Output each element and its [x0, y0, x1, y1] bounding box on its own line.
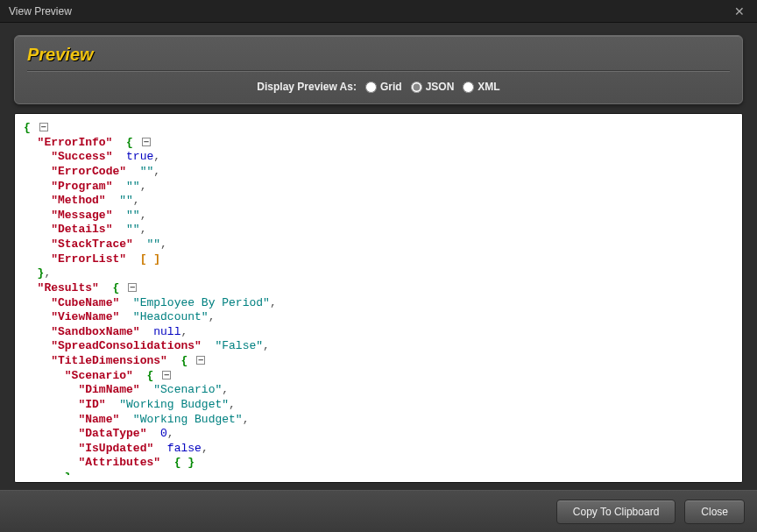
radio-json[interactable]: JSON [411, 81, 455, 93]
display-as-radiogroup: Display Preview As: Grid JSON XML [27, 81, 730, 93]
collapse-toggle-icon[interactable]: − [142, 138, 151, 146]
footer: Copy To Clipboard Close [0, 490, 757, 532]
titlebar: View Preview ✕ [0, 0, 757, 23]
divider [27, 70, 730, 72]
collapse-toggle-icon[interactable]: − [128, 283, 137, 292]
close-icon[interactable]: ✕ [731, 4, 748, 18]
collapse-toggle-icon[interactable]: − [196, 356, 205, 365]
radio-xml-label: XML [478, 81, 499, 93]
radio-json-label: JSON [426, 81, 455, 93]
radio-grid[interactable]: Grid [365, 81, 402, 93]
collapse-toggle-icon[interactable]: − [39, 123, 48, 131]
radio-grid-label: Grid [380, 81, 402, 93]
display-as-label: Display Preview As: [257, 81, 357, 93]
close-button[interactable]: Close [684, 500, 745, 524]
json-viewer-container: { − "ErrorInfo" { − "Success" true, "Err… [14, 113, 743, 483]
dialog-body: Preview Display Preview As: Grid JSON XM… [0, 23, 757, 490]
radio-json-input[interactable] [411, 82, 422, 93]
header-panel: Preview Display Preview As: Grid JSON XM… [14, 35, 743, 104]
radio-grid-input[interactable] [365, 82, 377, 93]
preview-heading: Preview [27, 45, 730, 65]
window-title: View Preview [9, 5, 72, 18]
copy-to-clipboard-button[interactable]: Copy To Clipboard [556, 500, 676, 524]
radio-xml-input[interactable] [463, 82, 474, 93]
radio-xml[interactable]: XML [463, 81, 499, 93]
json-viewer[interactable]: { − "ErrorInfo" { − "Success" true, "Err… [24, 121, 733, 475]
collapse-toggle-icon[interactable]: − [162, 371, 171, 379]
modal-dialog: View Preview ✕ Preview Display Preview A… [0, 0, 757, 532]
